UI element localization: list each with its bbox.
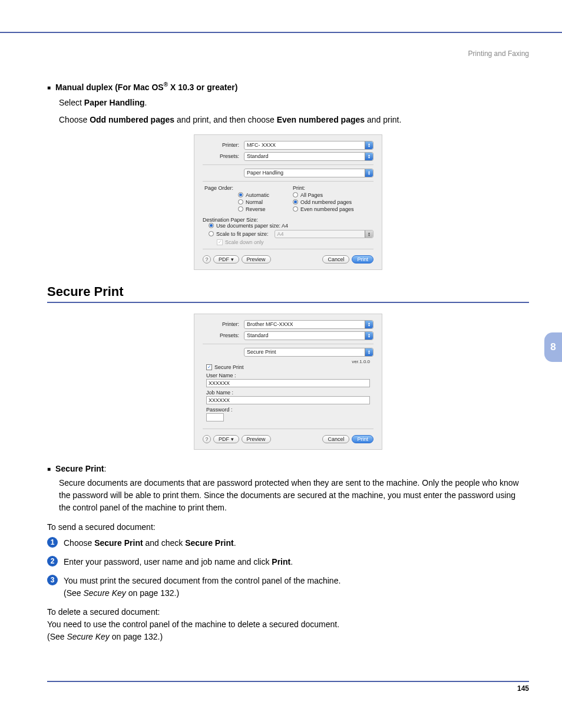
manual-duplex-heading: ■ Manual duplex (For Mac OS® X 10.3 or g…	[47, 81, 529, 92]
dropdown-arrows-icon: ▴▾	[365, 348, 373, 356]
dropdown-arrows-icon: ▴▾	[365, 169, 373, 177]
radio-reverse[interactable]	[238, 206, 243, 212]
cancel-button[interactable]: Cancel	[322, 255, 349, 263]
panel-select[interactable]: Paper Handling ▴▾	[244, 169, 373, 177]
presets-select[interactable]: Standard ▴▾	[244, 331, 373, 340]
radio-scale-fit[interactable]	[209, 231, 214, 236]
printer-select[interactable]: Brother MFC-XXXX ▴▾	[244, 320, 373, 329]
paper-handling-dialog: Printer: MFC- XXXX ▴▾ Presets: Standard …	[194, 134, 382, 270]
pdf-button[interactable]: PDF ▾	[213, 435, 239, 443]
breadcrumb: Printing and Faxing	[468, 50, 529, 58]
dropdown-arrows-icon: ▴▾	[365, 321, 373, 328]
dropdown-arrows-icon: ▴▾	[365, 141, 373, 149]
step-2-text: Enter your password, user name and job n…	[64, 556, 293, 568]
panel-select[interactable]: Secure Print ▴▾	[244, 348, 373, 357]
presets-label: Presets:	[203, 153, 244, 159]
step-2-badge: 2	[47, 556, 58, 566]
step-1-text: Choose Secure Print and check Secure Pri…	[64, 537, 236, 549]
secure-print-desc-heading: ■ Secure Print:	[47, 464, 529, 473]
step-3-text: You must print the secured document from…	[64, 575, 340, 599]
user-name-field[interactable]: XXXXXX	[206, 379, 370, 387]
secure-print-dialog: Printer: Brother MFC-XXXX ▴▾ Presets: St…	[194, 314, 382, 450]
destination-paper-size-label: Destination Paper Size:	[203, 217, 373, 223]
scale-paper-select: A4 ▴▾	[275, 230, 373, 238]
checkbox-secure-print[interactable]	[206, 364, 212, 370]
radio-all-pages[interactable]	[293, 192, 298, 197]
dropdown-arrows-icon: ▴▾	[365, 332, 373, 340]
page-number: 145	[517, 684, 529, 693]
send-intro: To send a secured document:	[47, 521, 529, 533]
print-button[interactable]: Print	[352, 435, 373, 443]
pdf-button[interactable]: PDF ▾	[213, 255, 239, 263]
checkbox-scale-down	[217, 239, 223, 245]
instruction-select: Select Paper Handling.	[59, 97, 529, 109]
job-name-field[interactable]: XXXXXX	[206, 396, 370, 404]
step-1-badge: 1	[47, 537, 58, 548]
version-text: ver.1.0.0	[206, 359, 370, 364]
step-3-badge: 3	[47, 575, 58, 585]
dropdown-arrows-icon: ▴▾	[365, 230, 373, 238]
footer-rule	[47, 681, 529, 682]
radio-odd-pages[interactable]	[293, 199, 298, 205]
bullet-icon: ■	[47, 466, 51, 472]
delete-ref: (See Secure Key on page 132.)	[47, 631, 529, 643]
bullet-icon: ■	[47, 84, 51, 91]
print-button[interactable]: Print	[352, 255, 373, 263]
help-button[interactable]: ?	[203, 435, 211, 443]
help-button[interactable]: ?	[203, 255, 211, 263]
preview-button[interactable]: Preview	[242, 435, 271, 443]
radio-automatic[interactable]	[238, 192, 243, 197]
presets-label: Presets:	[203, 332, 244, 338]
secure-print-desc-body: Secure documents are documents that are …	[59, 477, 529, 514]
delete-intro: To delete a secured document:	[47, 606, 529, 618]
printer-select[interactable]: MFC- XXXX ▴▾	[244, 141, 373, 150]
section-rule	[47, 302, 529, 303]
radio-normal[interactable]	[238, 199, 243, 205]
printer-label: Printer:	[203, 321, 244, 327]
cancel-button[interactable]: Cancel	[322, 435, 349, 443]
password-field[interactable]	[206, 413, 224, 421]
chapter-tab: 8	[544, 332, 562, 362]
job-name-label: Job Name :	[206, 390, 370, 396]
top-rule	[0, 32, 562, 33]
user-name-label: User Name :	[206, 373, 370, 378]
delete-line: You need to use the control panel of the…	[47, 618, 529, 631]
preview-button[interactable]: Preview	[242, 255, 271, 263]
print-label: Print:	[293, 185, 305, 191]
password-label: Password :	[206, 407, 370, 413]
secure-print-heading: Secure Print	[47, 284, 529, 299]
printer-label: Printer:	[203, 142, 244, 148]
radio-even-pages[interactable]	[293, 206, 298, 212]
dropdown-arrows-icon: ▴▾	[365, 153, 373, 160]
page-order-label: Page Order:	[203, 185, 238, 191]
instruction-choose: Choose Odd numbered pages and print, and…	[59, 114, 529, 126]
radio-use-doc-size[interactable]	[209, 223, 214, 228]
presets-select[interactable]: Standard ▴▾	[244, 152, 373, 161]
